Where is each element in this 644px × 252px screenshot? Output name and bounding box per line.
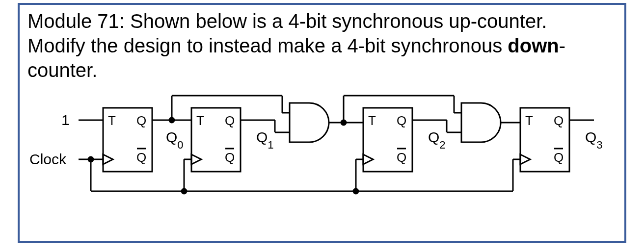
- ff1-Qbar-label: Q: [225, 150, 235, 165]
- flipflop-2: T Q Q: [363, 108, 412, 172]
- q2-label: Q2: [428, 129, 446, 151]
- and-gate-2: [461, 103, 501, 142]
- prompt-line2c: -: [559, 35, 565, 56]
- ff3-Q-label: Q: [554, 113, 564, 128]
- problem-frame: Module 71: Shown below is a 4-bit synchr…: [18, 3, 626, 243]
- flipflop-3: T Q Q: [520, 108, 569, 172]
- ff1-T-label: T: [196, 113, 204, 128]
- circuit-diagram: T Q Q T Q Q: [29, 93, 614, 235]
- q3-label: Q3: [585, 129, 603, 151]
- flipflop-0: T Q Q: [103, 108, 152, 172]
- clock-label: Clock: [29, 151, 67, 167]
- ff0-Q-label: Q: [136, 113, 146, 128]
- ff2-Qbar-label: Q: [397, 150, 406, 165]
- ff0-Qbar-label: Q: [136, 150, 146, 165]
- prompt-text: Module 71: Shown below is a 4-bit synchr…: [27, 9, 617, 82]
- q1-label: Q1: [256, 129, 274, 151]
- constant-1-label: 1: [61, 112, 70, 128]
- prompt-line3: counter.: [27, 59, 97, 81]
- ff3-Qbar-label: Q: [554, 150, 564, 165]
- and-gate-1: [290, 103, 329, 142]
- ff0-T-label: T: [108, 113, 116, 128]
- wires: [79, 96, 594, 194]
- q0-label: Q0: [166, 129, 184, 151]
- page: Module 71: Shown below is a 4-bit synchr…: [0, 0, 644, 252]
- prompt-line2a: Modify the design to instead make a 4-bi…: [27, 35, 508, 56]
- prompt-line1: Module 71: Shown below is a 4-bit synchr…: [27, 10, 547, 32]
- flipflop-1: T Q Q: [191, 108, 241, 172]
- ff2-T-label: T: [368, 113, 376, 128]
- ff3-T-label: T: [525, 113, 533, 128]
- ff1-Q-label: Q: [225, 113, 235, 128]
- prompt-bold: down: [508, 35, 559, 56]
- ff2-Q-label: Q: [397, 113, 406, 128]
